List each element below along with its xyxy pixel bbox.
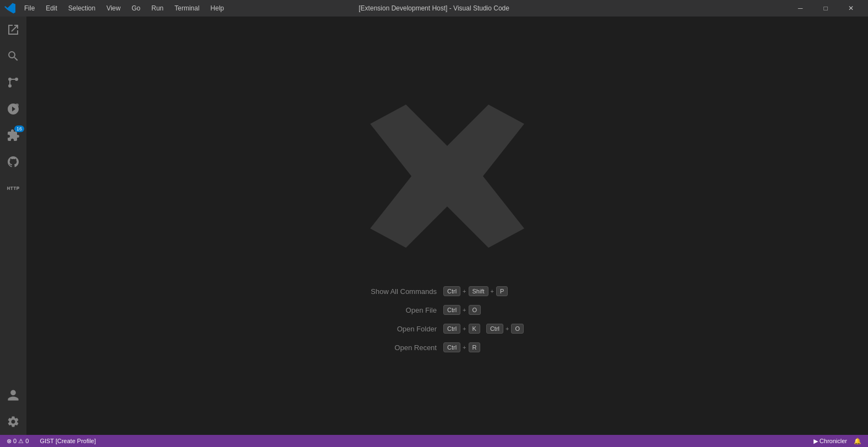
menu-run[interactable]: Run xyxy=(146,2,169,14)
shortcut-label: Open Folder xyxy=(371,325,437,333)
plus-icon: + xyxy=(463,344,466,351)
svg-marker-6 xyxy=(370,105,524,248)
activitybar-explorer[interactable] xyxy=(0,17,26,43)
activitybar-extensions[interactable]: 16 xyxy=(0,122,26,149)
maximize-button[interactable]: □ xyxy=(813,0,838,17)
plus-icon2: + xyxy=(491,288,494,295)
key-r: R xyxy=(469,342,481,352)
activitybar-remote[interactable] xyxy=(0,175,26,201)
svg-point-2 xyxy=(15,78,18,81)
errors-warnings-text: ⊗ 0 ⚠ 0 xyxy=(7,438,29,445)
svg-point-1 xyxy=(8,78,12,81)
bell-icon: 🔔 xyxy=(854,438,861,445)
shortcut-show-commands: Show All Commands Ctrl + Shift + P xyxy=(371,286,508,296)
extensions-badge: 16 xyxy=(14,126,24,132)
key-ctrl2: Ctrl xyxy=(486,324,503,334)
shortcut-keys: Ctrl + O xyxy=(443,305,481,315)
window-controls: ─ □ ✕ xyxy=(788,0,864,17)
menu-selection[interactable]: Selection xyxy=(63,2,101,14)
shortcut-open-recent: Open Recent Ctrl + R xyxy=(371,342,481,352)
shortcut-keys: Ctrl + K Ctrl + O xyxy=(443,324,524,334)
statusbar-chronicler[interactable]: ▶ Chronicler xyxy=(811,435,849,447)
plus-icon: + xyxy=(463,307,466,313)
plus-icon2: + xyxy=(506,325,509,332)
menu-help[interactable]: Help xyxy=(205,2,230,14)
chronicler-text: ▶ Chronicler xyxy=(814,438,847,445)
menu-view[interactable]: View xyxy=(101,2,126,14)
spacer xyxy=(482,325,484,332)
window-title: [Extension Development Host] - Visual St… xyxy=(359,4,509,12)
close-button[interactable]: ✕ xyxy=(838,0,864,17)
activity-bar: 16 xyxy=(0,17,26,435)
plus-icon: + xyxy=(463,288,466,295)
vscode-icon xyxy=(4,3,15,14)
key-ctrl: Ctrl xyxy=(443,324,460,334)
statusbar: ⊗ 0 ⚠ 0 GIST [Create Profile] ▶ Chronicl… xyxy=(0,435,868,447)
activitybar-debug[interactable] xyxy=(0,96,26,122)
key-p: P xyxy=(496,286,508,296)
menu-terminal[interactable]: Terminal xyxy=(169,2,205,14)
statusbar-branch[interactable]: GIST [Create Profile] xyxy=(37,435,98,447)
activitybar-settings[interactable] xyxy=(0,408,26,435)
key-k: K xyxy=(469,324,480,334)
statusbar-notifications[interactable]: 🔔 xyxy=(851,435,864,447)
titlebar: File Edit Selection View Go Run Terminal… xyxy=(0,0,868,17)
plus-icon: + xyxy=(463,325,466,332)
menu-go[interactable]: Go xyxy=(126,2,146,14)
minimize-button[interactable]: ─ xyxy=(788,0,813,17)
main-area: 16 Sh xyxy=(0,17,868,435)
key-o2: O xyxy=(511,324,524,334)
shortcut-label: Open Recent xyxy=(371,344,437,352)
key-ctrl: Ctrl xyxy=(443,305,460,315)
menu-bar: File Edit Selection View Go Run Terminal… xyxy=(19,2,229,14)
menu-file[interactable]: File xyxy=(19,2,40,14)
statusbar-left: ⊗ 0 ⚠ 0 GIST [Create Profile] xyxy=(4,435,98,447)
activitybar-account[interactable] xyxy=(0,382,26,408)
shortcut-open-folder: Open Folder Ctrl + K Ctrl + O xyxy=(371,324,524,334)
shortcut-keys: Ctrl + R xyxy=(443,342,481,352)
key-ctrl: Ctrl xyxy=(443,342,460,352)
shortcuts-panel: Show All Commands Ctrl + Shift + P Open … xyxy=(371,286,524,352)
statusbar-right: ▶ Chronicler 🔔 xyxy=(811,435,864,447)
svg-point-0 xyxy=(8,84,12,88)
activitybar-github[interactable] xyxy=(0,149,26,175)
shortcut-open-file: Open File Ctrl + O xyxy=(371,305,481,315)
svg-point-5 xyxy=(15,103,19,107)
activitybar-search[interactable] xyxy=(0,43,26,69)
vscode-logo-watermark xyxy=(365,99,530,253)
key-o: O xyxy=(469,305,481,315)
shortcut-keys: Ctrl + Shift + P xyxy=(443,286,508,296)
shortcut-label: Show All Commands xyxy=(371,287,437,296)
activitybar-bottom xyxy=(0,382,26,435)
activitybar-scm[interactable] xyxy=(0,69,26,96)
shortcut-label: Open File xyxy=(371,306,437,314)
menu-edit[interactable]: Edit xyxy=(40,2,63,14)
editor-area: Show All Commands Ctrl + Shift + P Open … xyxy=(26,17,868,435)
key-shift: Shift xyxy=(469,286,488,296)
key-ctrl: Ctrl xyxy=(443,286,460,296)
statusbar-errors[interactable]: ⊗ 0 ⚠ 0 xyxy=(4,435,31,447)
branch-text: GIST [Create Profile] xyxy=(40,438,96,444)
